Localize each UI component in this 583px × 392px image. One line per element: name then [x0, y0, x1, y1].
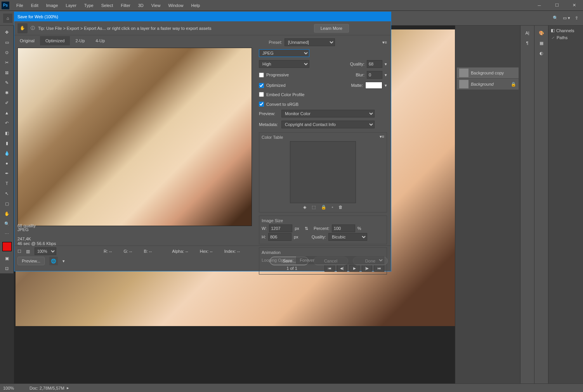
type-tool[interactable]: T — [2, 179, 12, 188]
layer-row-bg[interactable]: Background 🔒 — [457, 79, 519, 90]
menu-help[interactable]: Help — [187, 0, 204, 11]
prev-frame-button[interactable]: ◀| — [337, 265, 347, 272]
tab-original[interactable]: Original — [14, 36, 40, 45]
history-tool[interactable]: ↶ — [2, 118, 12, 128]
menu-select[interactable]: Select — [97, 0, 117, 11]
menu-type[interactable]: Type — [80, 0, 97, 11]
layer-name: Background — [471, 82, 494, 86]
format-select[interactable]: JPEG — [259, 49, 309, 57]
channels-panel[interactable]: ◧ Channels — [551, 28, 581, 33]
preset-select[interactable]: [Unnamed] — [285, 38, 335, 46]
ct-new-icon[interactable]: ▫ — [332, 205, 333, 210]
pen-tool[interactable]: ✒ — [2, 169, 12, 178]
eyedropper-tool[interactable]: ✎ — [2, 78, 12, 87]
more-tools[interactable]: ⋯ — [2, 229, 12, 238]
lasso-tool[interactable]: ⊙ — [2, 48, 12, 57]
screenmode-icon[interactable]: ⊡ — [2, 264, 12, 273]
menu-layer[interactable]: Layer — [62, 0, 80, 11]
adjust-panel-icon[interactable]: ◐ — [536, 48, 547, 58]
menu-window[interactable]: Window — [164, 0, 187, 11]
toggle1-icon[interactable]: ☐ — [17, 249, 21, 254]
resample-select[interactable]: Bicubic — [328, 233, 367, 241]
marquee-tool[interactable]: ▭ — [2, 38, 12, 47]
para-panel-icon[interactable]: ¶ — [522, 38, 533, 48]
share-icon[interactable]: ⇪ — [575, 16, 578, 21]
quickmask-icon[interactable]: ▣ — [2, 254, 12, 263]
dodge-tool[interactable]: ● — [2, 159, 12, 168]
swatches-panel-icon[interactable]: ▦ — [536, 38, 547, 48]
layer-row-bgcopy[interactable]: Background copy — [457, 67, 519, 78]
char-panel-icon[interactable]: A| — [522, 28, 533, 38]
preview-image[interactable] — [17, 48, 252, 226]
rectangle-tool[interactable]: ▢ — [2, 199, 12, 208]
healing-tool[interactable]: ✱ — [2, 88, 12, 97]
chevron-down-icon[interactable]: ▾ — [385, 62, 387, 67]
tab-4up[interactable]: 4-Up — [90, 36, 110, 45]
ct-lock-icon[interactable]: 🔒 — [321, 205, 326, 210]
blur-input[interactable] — [367, 71, 382, 79]
hand-icon[interactable]: ✋ — [17, 23, 28, 33]
learn-more-button[interactable]: Learn More — [314, 24, 349, 33]
search-icon[interactable]: 🔍 — [553, 16, 558, 21]
convert-srgb-checkbox[interactable] — [259, 102, 264, 107]
chevron-down-icon[interactable]: ▾ — [62, 259, 65, 264]
width-input[interactable] — [269, 224, 292, 232]
window-minimize[interactable]: ─ — [531, 0, 548, 11]
window-maximize[interactable]: ☐ — [548, 0, 566, 11]
move-tool[interactable]: ✥ — [2, 28, 12, 37]
path-tool[interactable]: ↖ — [2, 189, 12, 198]
first-frame-button[interactable]: ⏮ — [324, 265, 335, 272]
color-panel-icon[interactable]: 🎨 — [536, 28, 547, 38]
toggle2-icon[interactable]: ▥ — [26, 249, 30, 254]
zoom-value[interactable]: 100% — [3, 386, 25, 390]
window-close[interactable]: ✕ — [566, 0, 583, 11]
ct-sort-icon[interactable]: ◈ — [303, 205, 306, 210]
colortable-menu-icon[interactable]: ▾≡ — [380, 134, 384, 139]
paths-panel[interactable]: ⟋ Paths — [551, 35, 581, 40]
eraser-tool[interactable]: ◧ — [2, 128, 12, 138]
optimized-checkbox[interactable] — [259, 83, 264, 88]
play-button[interactable]: ▶ — [349, 265, 359, 272]
stamp-tool[interactable]: ▲ — [2, 108, 12, 117]
quality-input[interactable] — [367, 60, 382, 68]
tab-2up[interactable]: 2-Up — [70, 36, 90, 45]
menu-view[interactable]: View — [147, 0, 165, 11]
menu-edit[interactable]: Edit — [27, 0, 42, 11]
preset-menu-icon[interactable]: ▾≡ — [382, 40, 387, 45]
workspace-icon[interactable]: ▭ ▾ — [563, 16, 570, 21]
chevron-down-icon[interactable]: ▾ — [385, 73, 387, 78]
menu-filter[interactable]: Filter — [117, 0, 134, 11]
progressive-checkbox[interactable] — [259, 73, 264, 78]
menu-file[interactable]: File — [12, 0, 27, 11]
readout-index: Index: -- — [224, 249, 240, 254]
home-icon[interactable]: ⌂ — [3, 14, 12, 23]
tab-optimized[interactable]: Optimized — [40, 36, 70, 45]
hand-tool[interactable]: ✋ — [2, 209, 12, 218]
blur-tool[interactable]: 💧 — [2, 149, 12, 158]
percent-input[interactable] — [332, 224, 355, 232]
zoom-select[interactable]: 100% — [35, 247, 56, 255]
chevron-down-icon[interactable]: ▾ — [385, 83, 387, 88]
metadata-select[interactable]: Copyright and Contact Info — [281, 121, 375, 128]
brush-tool[interactable]: ✐ — [2, 98, 12, 107]
matte-swatch[interactable] — [365, 82, 382, 89]
ct-trash-icon[interactable]: 🗑 — [338, 205, 343, 210]
link-icon[interactable]: ⇅ — [305, 226, 308, 231]
foreground-color[interactable] — [2, 242, 12, 251]
menu-3d[interactable]: 3D — [134, 0, 147, 11]
menu-image[interactable]: Image — [42, 0, 62, 11]
preview-button[interactable]: Preview... — [17, 257, 45, 265]
embed-checkbox[interactable] — [259, 92, 264, 97]
quality-preset-select[interactable]: High — [259, 60, 309, 68]
height-input[interactable] — [268, 233, 292, 241]
zoom-tool[interactable]: 🔍 — [2, 219, 12, 228]
ct-cube-icon[interactable]: ⬚ — [312, 205, 316, 210]
next-frame-button[interactable]: |▶ — [362, 265, 372, 272]
frame-tool[interactable]: ⊠ — [2, 68, 12, 77]
chevron-right-icon[interactable]: ▸ — [67, 385, 69, 390]
gradient-tool[interactable]: ▮ — [2, 138, 12, 148]
last-frame-button[interactable]: ⏭ — [374, 265, 384, 272]
crop-tool[interactable]: ✂ — [2, 58, 12, 67]
preview-select[interactable]: Monitor Color — [281, 110, 375, 117]
browser-icon[interactable]: 🌐 — [49, 257, 58, 265]
